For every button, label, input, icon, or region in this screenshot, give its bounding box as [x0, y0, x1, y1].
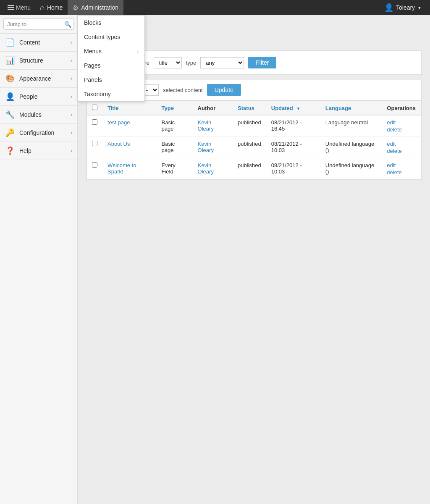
chevron-right-icon: ›	[71, 58, 72, 63]
row-author-cell: Kevin Oleary	[193, 137, 233, 158]
chevron-right-icon: ›	[71, 112, 72, 118]
top-bar: Menu ⌂ Home ⚙ Administration 👤 Toleary ▼	[0, 0, 430, 15]
home-icon: ⌂	[40, 3, 45, 12]
search-input[interactable]	[3, 18, 74, 30]
row-language-cell: Undefined language ()	[320, 137, 382, 158]
row-author-link[interactable]: Kevin Oleary	[198, 119, 214, 132]
menu-label: Menu	[16, 4, 31, 11]
dropdown-item-blocks[interactable]: Blocks	[78, 16, 144, 30]
structure-icon: 📊	[5, 56, 15, 65]
sidebar-item-configuration[interactable]: 🔑 Configuration ›	[0, 124, 77, 142]
row-checkbox[interactable]	[92, 119, 97, 125]
sort-updated-link[interactable]: Updated	[271, 105, 293, 111]
row-checkbox[interactable]	[92, 141, 97, 146]
row-title-cell: test page	[102, 115, 156, 137]
dropdown-item-pages[interactable]: Pages	[78, 58, 144, 73]
table-row: test page Basic page Kevin Oleary publis…	[87, 115, 421, 137]
dropdown-item-menus[interactable]: Menus ›	[78, 44, 144, 58]
sidebar-item-label: Content	[19, 39, 71, 46]
search-container: 🔍	[0, 15, 77, 34]
dropdown-item-content-types[interactable]: Content types	[78, 30, 144, 44]
row-checkbox[interactable]	[92, 162, 97, 168]
chevron-right-icon: ›	[71, 148, 72, 154]
help-icon: ❓	[5, 146, 15, 155]
row-title-link[interactable]: Welcome to Spark!	[108, 162, 136, 175]
sidebar-item-appearance[interactable]: 🎨 Appearance ›	[0, 70, 77, 88]
header-operations: Operations	[382, 101, 421, 116]
row-author-link[interactable]: Kevin Oleary	[198, 141, 214, 153]
chevron-right-icon: ›	[71, 39, 72, 45]
filter-type-select[interactable]: any Basic page Every Field	[200, 57, 244, 68]
update-button[interactable]: Update	[207, 84, 241, 96]
edit-link[interactable]: edit	[387, 141, 416, 147]
row-updated-cell: 08/21/2012 - 16:45	[266, 115, 320, 137]
row-title-cell: About Us	[102, 137, 156, 158]
gear-icon: ⚙	[73, 4, 79, 12]
sort-status-link[interactable]: Status	[238, 105, 254, 111]
row-type-cell: Basic page	[156, 115, 192, 137]
row-status-cell: published	[233, 115, 266, 137]
menu-button[interactable]: Menu	[3, 0, 35, 15]
row-title-link[interactable]: test page	[108, 119, 130, 126]
delete-link[interactable]: delete	[387, 148, 416, 154]
row-title-link[interactable]: About Us	[108, 141, 130, 147]
sidebar-item-label: Configuration	[19, 129, 71, 136]
header-author: Author	[193, 101, 233, 116]
admin-dropdown-menu: Blocks Content types Menus › Pages Panel…	[78, 15, 145, 102]
delete-link[interactable]: delete	[387, 169, 416, 176]
dropdown-item-label: Menus	[84, 48, 102, 55]
row-checkbox-cell	[87, 137, 103, 158]
appearance-icon: 🎨	[5, 74, 15, 83]
sidebar-item-label: Modules	[19, 111, 71, 118]
filter-type-label: type	[186, 60, 197, 66]
filter-button[interactable]: Filter	[248, 57, 276, 68]
sidebar-item-label: Structure	[19, 57, 71, 64]
admin-nav-item[interactable]: ⚙ Administration	[68, 0, 123, 15]
user-menu[interactable]: 👤 Toleary ▼	[379, 3, 427, 12]
row-author-link[interactable]: Kevin Oleary	[198, 162, 214, 175]
header-status: Status	[233, 101, 266, 116]
row-updated-cell: 08/21/2012 - 10:03	[266, 137, 320, 158]
header-type: Type	[156, 101, 192, 116]
row-ops-cell: edit delete	[382, 158, 421, 180]
dropdown-item-label: Panels	[84, 76, 102, 83]
edit-link[interactable]: edit	[387, 162, 416, 168]
row-status-cell: published	[233, 137, 266, 158]
row-ops-cell: edit delete	[382, 115, 421, 137]
header-language: Language	[320, 101, 382, 116]
row-checkbox-cell	[87, 115, 103, 137]
sort-title-link[interactable]: Title	[108, 105, 119, 111]
admin-label: Administration	[81, 4, 118, 11]
dropdown-item-panels[interactable]: Panels	[78, 73, 144, 87]
sidebar-item-structure[interactable]: 📊 Structure ›	[0, 52, 77, 70]
edit-link[interactable]: edit	[387, 119, 416, 126]
sidebar-item-label: People	[19, 93, 71, 100]
sort-type-link[interactable]: Type	[161, 105, 173, 111]
search-icon[interactable]: 🔍	[64, 21, 71, 28]
chevron-down-icon: ▼	[417, 5, 422, 10]
delete-link[interactable]: delete	[387, 126, 416, 133]
sidebar-item-help[interactable]: ❓ Help ›	[0, 142, 77, 160]
chevron-right-icon: ›	[71, 94, 72, 100]
content-icon: 📄	[5, 38, 15, 47]
row-language-cell: Undefined language ()	[320, 158, 382, 180]
row-checkbox-cell	[87, 158, 103, 180]
select-all-checkbox[interactable]	[92, 105, 97, 110]
people-icon: 👤	[5, 92, 15, 101]
filter-content-select[interactable]: title body	[154, 57, 182, 68]
sidebar-item-people[interactable]: 👤 People ›	[0, 88, 77, 106]
layout: 🔍 📄 Content › 📊 Structure › 🎨 Appearance…	[0, 15, 430, 504]
row-updated-cell: 08/21/2012 - 10:03	[266, 158, 320, 180]
modules-icon: 🔧	[5, 110, 15, 119]
table-row: About Us Basic page Kevin Oleary publish…	[87, 137, 421, 158]
row-type-cell: Every Field	[156, 158, 192, 180]
ops-links: edit delete	[387, 119, 416, 133]
row-type-cell: Basic page	[156, 137, 192, 158]
home-nav-item[interactable]: ⌂ Home	[35, 0, 68, 15]
sidebar-item-content[interactable]: 📄 Content ›	[0, 34, 77, 52]
dropdown-item-taxonomy[interactable]: Taxonomy	[78, 87, 144, 101]
row-ops-cell: edit delete	[382, 137, 421, 158]
table-header-row: Title Type Author Status Updated ▼	[87, 101, 421, 116]
sort-language-link[interactable]: Language	[325, 105, 351, 111]
sidebar-item-modules[interactable]: 🔧 Modules ›	[0, 106, 77, 124]
